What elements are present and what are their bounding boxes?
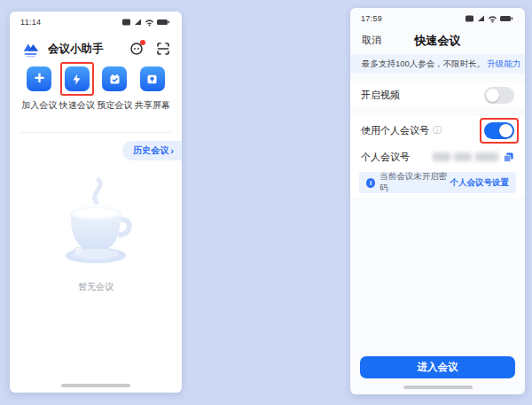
wifi-icon — [489, 17, 497, 19]
chevron-right-icon: › — [170, 145, 174, 156]
screen-share-icon — [140, 66, 165, 91]
bolt-icon — [65, 66, 90, 91]
schedule-meeting-button[interactable]: 预定会议 — [96, 66, 134, 118]
empty-state: 暂无会议 — [10, 176, 182, 293]
plus-icon: + — [27, 66, 51, 91]
video-toggle[interactable] — [484, 87, 514, 104]
personal-id-toggle-row: 使用个人会议号 ⓘ — [350, 116, 525, 144]
calendar-check-icon — [102, 66, 127, 91]
signal-icon — [478, 16, 484, 22]
settings-group-personal-id: 使用个人会议号 ⓘ 个人会议号 i 当前会议未开启密码 个人会议号设置 — [350, 116, 525, 198]
settings-group-video: 开启视频 — [350, 82, 525, 107]
personal-id-toggle[interactable] — [484, 122, 514, 139]
action-label: 加入会议 — [21, 99, 57, 112]
home-indicator[interactable] — [61, 384, 130, 387]
divider — [20, 132, 171, 133]
action-label: 预定会议 — [97, 99, 132, 112]
copy-icon[interactable] — [503, 152, 514, 163]
action-grid: + 加入会议 快速会议 — [13, 66, 178, 118]
status-time: 17:59 — [361, 14, 382, 23]
personal-id-settings-link[interactable]: 个人会议号设置 — [450, 177, 510, 189]
info-badge-icon: i — [366, 178, 375, 188]
status-time: 11:14 — [20, 18, 41, 27]
page-title: 快速会议 — [350, 33, 525, 49]
signal-icon — [135, 19, 141, 26]
refresh-icon[interactable] — [129, 42, 144, 56]
share-screen-button[interactable]: 共享屏幕 — [134, 66, 172, 118]
action-label: 快速会议 — [59, 99, 95, 112]
statusbar: 17:59 — [350, 8, 525, 29]
battery-icon — [157, 19, 168, 25]
statusbar: 11:14 — [10, 12, 182, 33]
teacup-illustration — [43, 176, 148, 269]
right-phone-screen: 17:59 取消 快速会议 最多支持100人参会，不限时长。 升级能力 开启视频… — [350, 8, 525, 394]
action-label: 共享屏幕 — [135, 99, 170, 112]
personal-id-row: 个人会议号 — [350, 144, 525, 169]
app-logo — [21, 39, 41, 58]
notification-dot — [140, 40, 145, 45]
status-icons — [121, 18, 171, 27]
scan-icon[interactable] — [156, 42, 170, 56]
join-meeting-button[interactable]: + 加入会议 — [20, 66, 59, 118]
capacity-text: 最多支持100人参会，不限时长。 — [362, 58, 485, 70]
highlight-box — [480, 118, 519, 144]
nav-bar: 取消 快速会议 — [350, 29, 525, 52]
page-title: 会议小助手 — [48, 42, 104, 57]
info-icon[interactable]: ⓘ — [433, 124, 442, 136]
status-icons — [465, 14, 514, 23]
left-phone-screen: 11:14 会议小助手 — [10, 12, 182, 393]
home-indicator[interactable] — [403, 386, 473, 389]
masked-meeting-number — [433, 152, 498, 161]
video-label: 开启视频 — [361, 89, 400, 102]
video-row: 开启视频 — [350, 82, 525, 107]
personal-id-toggle-label: 使用个人会议号 — [361, 124, 429, 137]
password-notice: i 当前会议未开启密码 个人会议号设置 — [359, 172, 516, 193]
app-header: 会议小助手 — [10, 35, 182, 63]
personal-id-label: 个人会议号 — [361, 151, 410, 164]
notice-text: 当前会议未开启密码 — [379, 171, 450, 194]
upgrade-link[interactable]: 升级能力 — [487, 58, 520, 70]
quick-meeting-button[interactable]: 快速会议 — [59, 66, 97, 118]
capacity-banner: 最多支持100人参会，不限时长。 升级能力 — [350, 54, 525, 74]
history-meetings-link[interactable]: 历史会议› — [122, 141, 182, 160]
enter-meeting-button[interactable]: 进入会议 — [360, 356, 515, 378]
empty-state-text: 暂无会议 — [78, 281, 113, 293]
wifi-icon — [146, 20, 153, 22]
highlight-box — [60, 62, 94, 96]
battery-icon — [500, 16, 511, 21]
